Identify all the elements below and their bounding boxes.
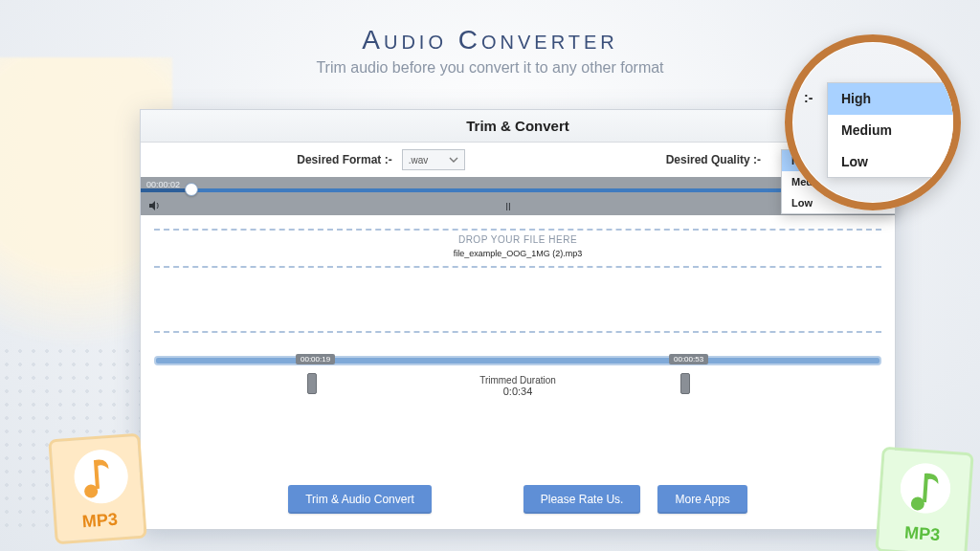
trim-start-flag: 00:00:19	[296, 354, 335, 364]
quality-option-low-zoom[interactable]: Low	[828, 146, 958, 178]
window-title: Trim & Convert	[141, 110, 895, 143]
trim-track[interactable]	[154, 356, 881, 365]
chevron-down-icon	[449, 155, 458, 165]
trim-start-handle[interactable]	[307, 373, 317, 394]
music-note-icon	[907, 469, 943, 513]
divider-dashed	[154, 331, 881, 333]
drop-prompt: DROP YOUR FILE HERE	[141, 234, 895, 245]
format-label: Desired Format :-	[297, 153, 391, 166]
quality-label: Desired Quality :-	[666, 153, 761, 166]
quality-dropdown-zoomed: High Medium Low	[827, 82, 959, 178]
pause-button[interactable]: II	[164, 202, 853, 212]
quality-zoom-lens: :- High Medium Low	[785, 34, 961, 210]
svg-point-5	[910, 496, 924, 511]
progress-fill	[141, 188, 190, 192]
trim-convert-button[interactable]: Trim & Audio Convert	[288, 485, 432, 514]
divider-dashed	[154, 229, 881, 231]
divider-dashed	[154, 266, 881, 268]
rate-us-button[interactable]: Please Rate Us.	[523, 485, 641, 514]
mp3-text: MP3	[903, 523, 940, 546]
quality-lens-label: :-	[804, 90, 813, 105]
trimmed-duration-label: Trimmed Duration	[154, 375, 881, 386]
trim-end-handle[interactable]	[680, 373, 690, 394]
volume-icon[interactable]	[146, 200, 164, 213]
drop-zone[interactable]: DROP YOUR FILE HERE file_example_OOG_1MG…	[141, 229, 895, 268]
format-value: .wav	[409, 155, 429, 165]
mp3-text: MP3	[81, 510, 118, 533]
quality-option-medium-zoom[interactable]: Medium	[828, 115, 958, 146]
mp3-badge-right: MP3	[875, 447, 973, 551]
dropped-filename: file_example_OOG_1MG (2).mp3	[141, 249, 895, 258]
trimmed-duration-value: 0:0:34	[154, 386, 881, 397]
quality-option-high-zoom[interactable]: High	[828, 83, 958, 115]
format-select[interactable]: .wav	[402, 149, 465, 170]
progress-thumb[interactable]	[185, 183, 198, 196]
mp3-badge-left: MP3	[48, 433, 146, 544]
more-apps-button[interactable]: More Apps	[657, 485, 746, 514]
action-buttons: Trim & Audio Convert Please Rate Us. Mor…	[141, 485, 895, 514]
trim-end-flag: 00:00:53	[669, 354, 708, 364]
music-note-icon	[79, 455, 115, 499]
trim-slider[interactable]: 00:00:19 00:00:53 Trimmed Duration 0:0:3…	[154, 356, 881, 397]
